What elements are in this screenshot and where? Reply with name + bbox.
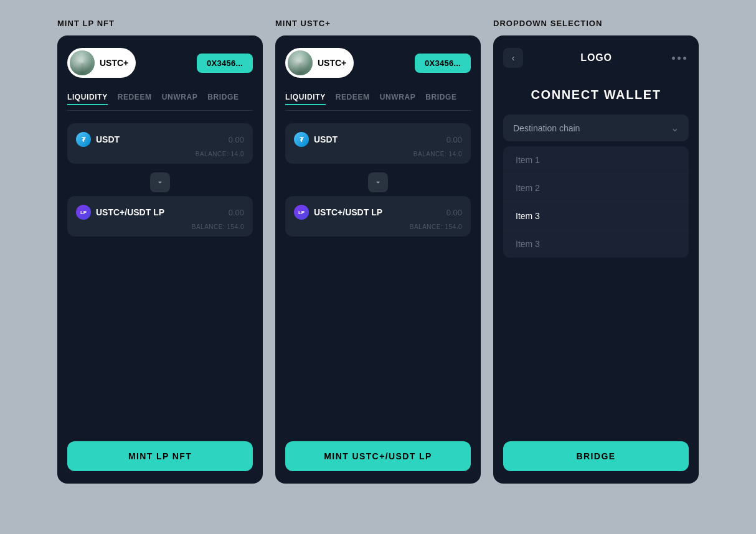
dropdown-item-1[interactable]: Item 1	[503, 146, 689, 174]
tab-bridge-1[interactable]: BRIDGE	[207, 93, 239, 105]
token-to-box-2: LP USTC+/USDT LP 0.00 BALANCE: 154.0	[285, 196, 471, 237]
swap-arrow-btn-1[interactable]	[150, 172, 170, 192]
token-from-amount-2[interactable]: 0.00	[447, 135, 462, 144]
token-to-balance-2: BALANCE: 154.0	[294, 223, 462, 230]
token-from-row-1: ₮ USDT 0.00	[76, 132, 244, 147]
dropdown-item-4[interactable]: Item 3	[503, 230, 689, 258]
dropdown-card-header: ‹ LOGO	[503, 48, 689, 68]
wallet-button-2[interactable]: 0X3456...	[415, 54, 471, 73]
tab-unwrap-1[interactable]: UNWRAP	[162, 93, 198, 105]
token-to-row-1: LP USTC+/USDT LP 0.00	[76, 205, 244, 220]
connect-wallet-title: CONNECT WALLET	[503, 88, 689, 102]
tab-liquidity-1[interactable]: LIQUIDITY	[67, 93, 108, 105]
back-button[interactable]: ‹	[503, 48, 523, 68]
swap-arrow-btn-2[interactable]	[368, 172, 388, 192]
mint-lp-nft-card: USTC+ 0X3456... LIQUIDITY REDEEM UNWRAP …	[57, 35, 263, 484]
dot-2	[678, 57, 681, 60]
more-options-button[interactable]	[669, 54, 689, 62]
card-header-1: USTC+ 0X3456...	[67, 48, 253, 78]
token-from-balance-1: BALANCE: 14.0	[76, 151, 244, 157]
mint-lp-nft-section: MINT LP NFT USTC+ 0X3456... LIQUIDITY RE…	[57, 19, 263, 484]
dot-1	[672, 57, 675, 60]
bridge-button[interactable]: BRIDGE	[503, 441, 689, 471]
token-from-name-2: USDT	[314, 134, 338, 144]
token-from-info-1: ₮ USDT	[76, 132, 120, 147]
token-to-info-2: LP USTC+/USDT LP	[294, 205, 382, 220]
tabs-2: LIQUIDITY REDEEM UNWRAP BRIDGE	[285, 93, 471, 111]
section-title-2: MINT USTC+	[275, 19, 481, 28]
dropdown-selection-section: DROPDOWN SELECTION ‹ LOGO CONNECT WALLET…	[493, 19, 699, 484]
token-to-box-1: LP USTC+/USDT LP 0.00 BALANCE: 154.0	[67, 196, 253, 237]
logo-badge-2: USTC+	[285, 48, 354, 78]
chevron-down-icon-1	[156, 178, 164, 187]
usdt-icon-2: ₮	[294, 132, 309, 147]
chevron-down-icon-2	[374, 178, 382, 187]
token-from-info-2: ₮ USDT	[294, 132, 338, 147]
token-from-box-2: ₮ USDT 0.00 BALANCE: 14.0	[285, 123, 471, 164]
mint-lp-nft-button[interactable]: MINT LP NFT	[67, 441, 253, 471]
token-from-amount-1[interactable]: 0.00	[229, 135, 244, 144]
tab-bridge-2[interactable]: BRIDGE	[425, 93, 456, 105]
token-to-balance-1: BALANCE: 154.0	[76, 223, 244, 230]
tabs-1: LIQUIDITY REDEEM UNWRAP BRIDGE	[67, 93, 253, 111]
dropdown-item-3[interactable]: Item 3	[503, 202, 689, 230]
dot-3	[683, 57, 686, 60]
tab-redeem-2[interactable]: REDEEM	[336, 93, 370, 105]
section-title-1: MINT LP NFT	[57, 19, 263, 28]
logo-text-2: USTC+	[318, 58, 346, 68]
token-to-name-2: USTC+/USDT LP	[314, 207, 382, 217]
dropdown-placeholder: Destination chain	[513, 123, 580, 133]
section-title-3: DROPDOWN SELECTION	[493, 19, 699, 28]
token-to-name-1: USTC+/USDT LP	[96, 207, 164, 217]
mint-ustc-button[interactable]: MINT USTC+/USDT LP	[285, 441, 471, 471]
token-from-box-1: ₮ USDT 0.00 BALANCE: 14.0	[67, 123, 253, 164]
dropdown-item-2[interactable]: Item 2	[503, 174, 689, 202]
mint-ustc-section: MINT USTC+ USTC+ 0X3456... LIQUIDITY RED…	[275, 19, 481, 484]
tab-liquidity-2[interactable]: LIQUIDITY	[285, 93, 326, 105]
usdt-icon-1: ₮	[76, 132, 91, 147]
tab-redeem-1[interactable]: REDEEM	[118, 93, 152, 105]
token-from-name-1: USDT	[96, 134, 120, 144]
mint-ustc-card: USTC+ 0X3456... LIQUIDITY REDEEM UNWRAP …	[275, 35, 481, 484]
token-to-info-1: LP USTC+/USDT LP	[76, 205, 164, 220]
token-to-row-2: LP USTC+/USDT LP 0.00	[294, 205, 462, 220]
wallet-button-1[interactable]: 0X3456...	[197, 54, 253, 73]
lp-icon-2: LP	[294, 205, 309, 220]
token-to-amount-1[interactable]: 0.00	[229, 208, 244, 217]
tab-unwrap-2[interactable]: UNWRAP	[380, 93, 416, 105]
logo-icon-2	[288, 50, 313, 75]
lp-icon-1: LP	[76, 205, 91, 220]
logo-badge-1: USTC+	[67, 48, 136, 78]
dropdown-card: ‹ LOGO CONNECT WALLET Destination chain …	[493, 35, 699, 484]
token-to-amount-2[interactable]: 0.00	[447, 208, 462, 217]
logo-text-1: USTC+	[100, 58, 128, 68]
logo-icon-1	[70, 50, 95, 75]
card-header-2: USTC+ 0X3456...	[285, 48, 471, 78]
destination-chain-dropdown[interactable]: Destination chain ⌄	[503, 115, 689, 141]
dropdown-list: Item 1 Item 2 Item 3 Item 3	[503, 146, 689, 258]
header-logo-label: LOGO	[580, 52, 612, 63]
chevron-down-icon-3: ⌄	[671, 122, 679, 134]
token-from-balance-2: BALANCE: 14.0	[294, 151, 462, 157]
token-from-row-2: ₮ USDT 0.00	[294, 132, 462, 147]
